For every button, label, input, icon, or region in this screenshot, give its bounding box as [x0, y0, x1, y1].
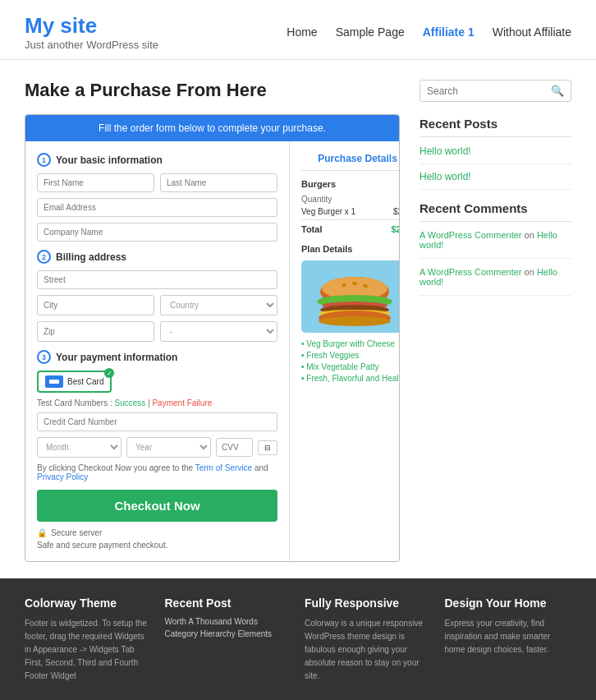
site-title: My site: [25, 13, 158, 39]
search-icon[interactable]: 🔍: [551, 85, 564, 97]
item-price: $2.00: [393, 207, 400, 216]
footer-col-2: Recent Post Worth A Thousand Words Categ…: [165, 596, 292, 683]
feature-1: • Veg Burger with Cheese: [301, 339, 400, 348]
feature-3: • Mix Vegetable Patty: [301, 362, 400, 371]
lock-icon: 🔒: [37, 528, 47, 537]
recent-post-2[interactable]: Hello world!: [419, 171, 571, 190]
nav-home[interactable]: Home: [287, 25, 317, 39]
recent-posts-title: Recent Posts: [419, 117, 571, 137]
company-input[interactable]: [37, 223, 277, 242]
card-scan-icon[interactable]: ⊟: [258, 440, 277, 455]
zip-input[interactable]: [37, 321, 154, 342]
section1-title: Your basic information: [56, 154, 163, 166]
total-value: $2.00: [391, 224, 400, 234]
footer-col1-title: Colorway Theme: [25, 596, 152, 610]
footer-col2-title: Recent Post: [165, 596, 292, 610]
failure-link[interactable]: Payment Failure: [152, 398, 212, 408]
svg-point-11: [319, 316, 391, 326]
footer-col3-title: Fully Responsive: [305, 596, 432, 610]
secure-label: Secure server: [51, 528, 102, 537]
purchase-section-label: Burgers: [301, 179, 400, 189]
item-label: Veg Burger x 1: [301, 207, 355, 216]
commenter-1[interactable]: A WordPress Commenter: [419, 230, 522, 240]
footer-col-1: Colorway Theme Footer is widgetized. To …: [25, 596, 152, 683]
nav-sample-page[interactable]: Sample Page: [336, 25, 405, 39]
privacy-link[interactable]: Privacy Policy: [37, 472, 88, 481]
section3-label: 3 Your payment information: [37, 350, 277, 364]
order-form-wrapper: Fill the order form below to complete yo…: [25, 114, 400, 562]
test-card-label: Test Card Numbers :: [37, 398, 112, 408]
secure-bottom-text: Safe and secure payment checkout.: [37, 541, 277, 550]
section1-num: 1: [37, 153, 51, 167]
year-select[interactable]: Year: [126, 437, 211, 458]
footer-col1-text: Footer is widgetized. To setup the foote…: [25, 617, 152, 683]
last-name-input[interactable]: [160, 173, 277, 192]
main-nav: Home Sample Page Affiliate 1 Without Aff…: [287, 25, 571, 39]
footer-col-4: Design Your Home Express your creativity…: [445, 596, 572, 683]
footer-main: Colorway Theme Footer is widgetized. To …: [0, 578, 596, 700]
svg-point-4: [352, 282, 357, 285]
quantity-label: Quantity: [301, 195, 332, 204]
section1-label: 1 Your basic information: [37, 153, 277, 167]
first-name-input[interactable]: [37, 173, 154, 192]
checkout-button[interactable]: Checkout Now: [37, 490, 277, 522]
cc-number-input[interactable]: [37, 412, 277, 431]
footer-col3-text: Colorway is a unique responsive WordPres…: [305, 617, 432, 683]
recent-post-1[interactable]: Hello world!: [419, 145, 571, 164]
country-select[interactable]: Country: [160, 295, 277, 315]
section2-label: 2 Billing address: [37, 250, 277, 264]
search-box: 🔍: [419, 80, 571, 102]
email-input[interactable]: [37, 198, 277, 217]
month-select[interactable]: Month: [37, 437, 121, 458]
footer-col4-title: Design Your Home: [445, 596, 572, 610]
footer-post-link-2[interactable]: Category Hierarchy Elements: [165, 629, 292, 638]
site-tagline: Just another WordPress site: [25, 39, 158, 51]
search-input[interactable]: [427, 85, 551, 97]
city-input[interactable]: [37, 295, 154, 315]
form-header-text: Fill the order form below to complete yo…: [99, 122, 326, 134]
cvv-input[interactable]: [216, 438, 253, 457]
site-header: My site Just another WordPress site Home…: [0, 0, 596, 60]
section3-title: Your payment information: [56, 352, 177, 363]
card-label: Best Card: [67, 377, 103, 386]
state-select[interactable]: -: [160, 321, 277, 342]
nav-without-affiliate[interactable]: Without Affiliate: [493, 25, 571, 39]
form-header-bar: Fill the order form below to complete yo…: [25, 115, 399, 141]
comment-item-2: A WordPress Commenter on Hello world!: [419, 267, 571, 296]
card-badge: Best Card ✓: [37, 371, 112, 393]
nav-affiliate1[interactable]: Affiliate 1: [423, 25, 475, 39]
section2-num: 2: [37, 250, 51, 264]
plan-features-list: • Veg Burger with Cheese • Fresh Veggies…: [301, 339, 400, 383]
page-title: Make a Purchase From Here: [25, 80, 400, 101]
burger-image: [301, 260, 400, 333]
recent-comments-title: Recent Comments: [419, 201, 571, 222]
sidebar: 🔍 Recent Posts Hello world! Hello world!…: [419, 80, 571, 562]
terms-text: By clicking Checkout Now you agree to th…: [37, 463, 193, 472]
section3-num: 3: [37, 350, 51, 364]
check-icon: ✓: [104, 368, 114, 378]
card-icon: [45, 375, 63, 388]
site-branding: My site Just another WordPress site: [25, 13, 158, 51]
section2-title: Billing address: [56, 251, 126, 263]
feature-2: • Fresh Veggies: [301, 351, 400, 360]
plan-details-title: Plan Details: [301, 244, 400, 254]
footer-col-3: Fully Responsive Colorway is a unique re…: [305, 596, 432, 683]
street-input[interactable]: [37, 270, 277, 289]
feature-4: • Fresh, Flavorful and Healthy: [301, 374, 400, 383]
terms-link[interactable]: Term of Service: [195, 463, 252, 472]
footer-post-link-1[interactable]: Worth A Thousand Words: [165, 617, 292, 626]
comment-item-1: A WordPress Commenter on Hello world!: [419, 230, 571, 259]
commenter-2[interactable]: A WordPress Commenter: [419, 267, 522, 277]
purchase-details-title: Purchase Details: [301, 153, 400, 171]
success-link[interactable]: Success: [114, 398, 145, 408]
total-label: Total: [301, 224, 322, 234]
footer-col4-text: Express your creativity, find inspiratio…: [445, 617, 572, 656]
